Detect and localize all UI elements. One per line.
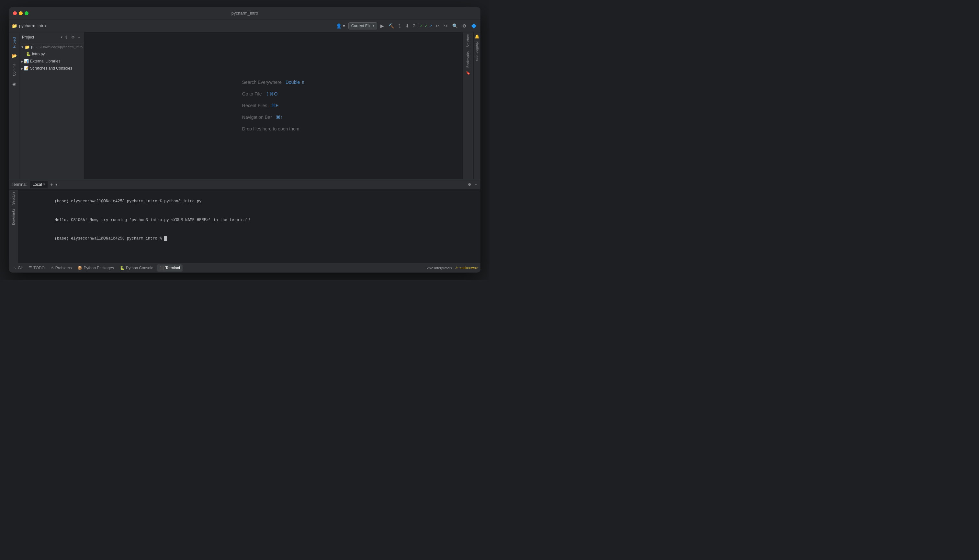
recent-files-label: Recent Files: [242, 103, 267, 108]
project-tree: ▼ 📁 pycharm_intro ~/Downloads/pycharm_in…: [19, 42, 84, 179]
python-packages-tab-icon: 📦: [77, 266, 82, 270]
left-sidebar-strip: Project 📂 Commit ◉: [9, 32, 19, 179]
terminal-body-wrapper: Structure Bookmarks (base) elysecornwall…: [9, 190, 480, 263]
terminal-bookmarks-label[interactable]: Bookmarks: [11, 207, 16, 227]
drop-files-label: Drop files here to open them: [242, 126, 299, 132]
terminal-structure-label[interactable]: Structure: [11, 190, 16, 207]
sidebar-item-commit[interactable]: Commit: [11, 60, 17, 79]
editor-area: Search Everywhere Double ⇧ Go to File ⇧⌘…: [84, 32, 463, 179]
terminal-add-tab-button[interactable]: +: [49, 181, 54, 188]
settings-toolbar-button[interactable]: ⚙: [461, 23, 468, 29]
terminal-tab-local[interactable]: Local ×: [30, 181, 48, 188]
tree-item-external-libraries[interactable]: ▶ 📊 External Libraries: [19, 58, 84, 65]
undo-button[interactable]: ↩: [434, 23, 440, 29]
tab-todo[interactable]: ☰ TODO: [26, 265, 47, 272]
bookmark-icon[interactable]: 🔖: [466, 71, 470, 75]
recent-files-shortcut: ⌘E: [271, 103, 279, 108]
navigation-bar-row: Navigation Bar ⌘↑: [242, 115, 283, 120]
titlebar: pycharm_intro: [9, 7, 480, 19]
tree-ext-label: External Libraries: [30, 59, 83, 63]
unknown-text: <unknown>: [459, 266, 478, 270]
terminal-tab-local-label: Local: [33, 182, 42, 187]
close-button[interactable]: [13, 11, 17, 15]
terminal-left-strip: Structure Bookmarks: [9, 190, 18, 263]
maximize-button[interactable]: [25, 11, 28, 15]
drop-files-row: Drop files here to open them: [242, 126, 299, 132]
project-panel: Project ▾ ⇕ ⚙ − ▼ 📁 pycharm_intro ~/Down…: [19, 32, 84, 179]
project-panel-title: Project: [22, 35, 60, 40]
tree-item-scratches[interactable]: ▶ 📝 Scratches and Consoles: [19, 65, 84, 72]
tab-terminal[interactable]: ⬛ Terminal: [157, 265, 183, 272]
tree-lib-icon: 📊: [24, 59, 29, 63]
search-everywhere-toolbar-button[interactable]: 🔍: [451, 23, 459, 29]
notifications-label[interactable]: Notifications: [475, 39, 479, 64]
bottom-section: Terminal: Local × + ▾ ⚙ − S: [9, 179, 480, 273]
tree-scratch-icon: 📝: [24, 66, 29, 70]
toolbar-left: 📁 pycharm_intro: [12, 23, 334, 28]
terminal-cursor: [164, 236, 167, 241]
recent-files-row: Recent Files ⌘E: [242, 103, 279, 108]
user-icon-button[interactable]: 👤 ▾: [335, 23, 347, 29]
git-arrow-icon: ↗: [429, 23, 432, 28]
tree-root-path: ~/Downloads/pycharm_intro: [38, 45, 83, 49]
top-toolbar: 📁 pycharm_intro 👤 ▾ Current File ▾ ▶ 🔨 ⤵…: [9, 19, 480, 32]
sidebar-item-structure[interactable]: Structure: [465, 32, 470, 50]
go-to-file-row: Go to File ⇧⌘O: [242, 91, 278, 97]
terminal-output-1: Hello, CS106A! Now, try running 'python3…: [55, 218, 250, 222]
tab-python-console[interactable]: 🐍 Python Console: [117, 265, 156, 272]
terminal-output[interactable]: (base) elysecornwall@DNa1c4258 pycharm_i…: [18, 190, 480, 263]
tree-item-root[interactable]: ▼ 📁 pycharm_intro ~/Downloads/pycharm_in…: [19, 43, 84, 50]
sidebar-folder-icon[interactable]: 📂: [11, 52, 18, 59]
tree-scratch-label: Scratches and Consoles: [30, 66, 83, 70]
problems-tab-label: Problems: [55, 266, 72, 270]
problems-tab-icon: ⚠: [50, 266, 54, 270]
terminal-minimize-button[interactable]: −: [474, 182, 478, 187]
folder-icon: 📁: [12, 23, 17, 28]
no-interpreter-label[interactable]: <No interpreter>: [427, 266, 453, 270]
git-check2-icon: ✓: [424, 23, 428, 28]
window-controls: [13, 11, 28, 15]
terminal-toolbar-right: ⚙ −: [467, 182, 478, 187]
project-panel-dropdown-icon: ▾: [61, 35, 62, 39]
bottom-tabs-bar: ⑂ Git ☰ TODO ⚠ Problems 📦 Python Package…: [9, 263, 480, 273]
go-to-file-label: Go to File: [242, 91, 262, 97]
sidebar-commit-dot-icon[interactable]: ◉: [11, 81, 17, 87]
project-collapse-button[interactable]: ⇕: [64, 35, 69, 40]
minimize-button[interactable]: [19, 11, 23, 15]
tab-problems[interactable]: ⚠ Problems: [48, 265, 75, 272]
project-close-button[interactable]: −: [77, 35, 81, 40]
notifications-strip: 🔔 Notifications: [473, 32, 480, 179]
sidebar-item-bookmarks[interactable]: Bookmarks: [465, 50, 470, 70]
run-button[interactable]: ▶: [379, 23, 385, 29]
search-everywhere-label: Search Everywhere: [242, 80, 282, 85]
toolbar-right: 👤 ▾ Current File ▾ ▶ 🔨 ⤵ ⬇ Git: ✓ ✓ ↗ ↩ …: [335, 22, 478, 30]
editor-placeholder: Search Everywhere Double ⇧ Go to File ⇧⌘…: [242, 80, 305, 132]
tree-item-intro-py[interactable]: 🐍 intro.py: [19, 50, 84, 58]
project-settings-button[interactable]: ⚙: [70, 35, 76, 40]
main-body: Project 📂 Commit ◉ Project ▾ ⇕ ⚙ − ▼: [9, 32, 480, 273]
tree-py-file-icon: 🐍: [26, 52, 31, 56]
python-console-tab-icon: 🐍: [120, 266, 125, 270]
plugin-button[interactable]: 🔷: [470, 23, 478, 29]
tree-folder-icon-root: 📁: [25, 45, 30, 50]
tab-python-packages[interactable]: 📦 Python Packages: [75, 265, 116, 272]
terminal-settings-button[interactable]: ⚙: [467, 182, 472, 187]
step-into-button[interactable]: ⬇: [404, 23, 410, 29]
git-check-icon: ✓: [420, 23, 423, 28]
terminal-cmd-1: (base) elysecornwall@DNa1c4258 pycharm_i…: [55, 199, 202, 203]
step-over-button[interactable]: ⤵: [397, 23, 402, 29]
python-console-tab-label: Python Console: [126, 266, 153, 270]
tab-git[interactable]: ⑂ Git: [12, 265, 25, 272]
project-name-label: pycharm_intro: [19, 23, 46, 28]
sidebar-item-project[interactable]: Project: [11, 34, 17, 51]
build-button[interactable]: 🔨: [387, 23, 395, 29]
redo-button[interactable]: ↪: [442, 23, 449, 29]
navigation-bar-label: Navigation Bar: [242, 115, 272, 120]
notifications-bell-icon[interactable]: 🔔: [475, 34, 479, 39]
terminal-tab-dropdown-button[interactable]: ▾: [55, 182, 57, 187]
terminal-tab-close-icon[interactable]: ×: [43, 183, 45, 186]
current-file-button[interactable]: Current File ▾: [349, 22, 377, 30]
search-everywhere-row: Search Everywhere Double ⇧: [242, 80, 305, 85]
git-status: Git: ✓ ✓ ↗: [412, 23, 432, 28]
git-tab-icon: ⑂: [14, 266, 17, 270]
